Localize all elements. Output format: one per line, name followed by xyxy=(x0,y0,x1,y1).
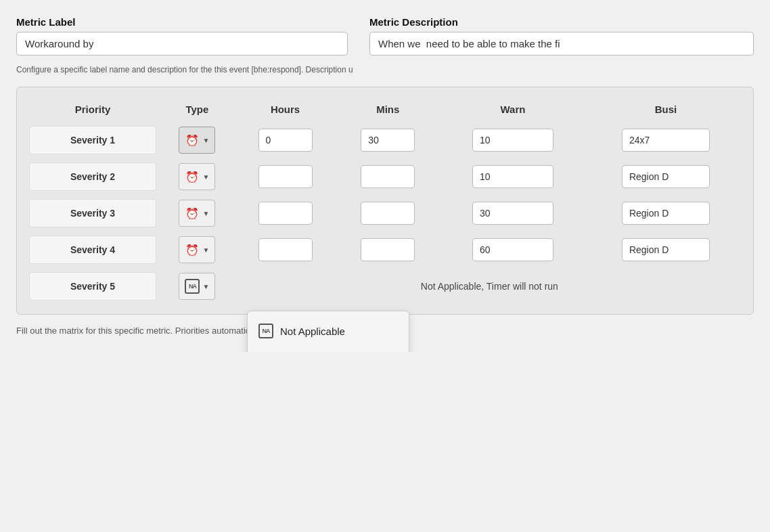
priority-cell: Severity 5 xyxy=(29,272,156,301)
chevron-down-icon: ▼ xyxy=(202,210,209,217)
header-hint: Configure a specific label name and desc… xyxy=(16,64,754,76)
warn-input[interactable] xyxy=(472,238,553,261)
chevron-down-icon: ▼ xyxy=(202,173,209,181)
table-row: Severity 5 NA ▼ Not Applicable, Timer wi… xyxy=(25,269,745,303)
mins-input[interactable] xyxy=(361,238,415,261)
priority-cell: Severity 1 xyxy=(29,126,156,154)
col-hours: Hours xyxy=(234,98,337,120)
dropdown-item[interactable]: NANot Applicable xyxy=(248,317,409,345)
col-warn: Warn xyxy=(439,98,587,120)
busi-input[interactable] xyxy=(622,238,710,261)
metric-desc-input[interactable] xyxy=(369,32,754,56)
na-message: Not Applicable, Timer will not run xyxy=(413,275,566,297)
busi-input[interactable] xyxy=(622,165,710,188)
col-type: Type xyxy=(160,98,234,120)
hours-input[interactable] xyxy=(258,165,313,188)
type-dropdown-menu: NANot Applicable⏰Duration Based🎯Measure … xyxy=(247,311,409,352)
warn-input[interactable] xyxy=(472,129,553,152)
metric-label-input[interactable] xyxy=(16,32,348,56)
hours-input[interactable] xyxy=(258,238,313,261)
busi-input[interactable] xyxy=(622,202,710,225)
mins-input[interactable] xyxy=(361,202,415,225)
col-mins: Mins xyxy=(336,98,439,120)
metric-desc-group: Metric Description xyxy=(369,16,754,56)
type-dropdown-button[interactable]: ⏰ ▼ xyxy=(179,200,215,227)
busi-input[interactable] xyxy=(622,129,710,152)
type-dropdown-button[interactable]: ⏰ ▼ xyxy=(179,236,215,263)
warn-input[interactable] xyxy=(472,165,553,188)
clock-icon: ⏰ xyxy=(185,169,200,184)
form-header: Metric Label Metric Description xyxy=(16,16,754,56)
na-icon: NA xyxy=(258,324,273,338)
matrix-container: Priority Type Hours Mins Warn Busi Sever… xyxy=(16,87,754,315)
na-icon: NA xyxy=(185,279,200,294)
table-row: Severity 3 ⏰ ▼ xyxy=(25,196,745,230)
col-busi: Busi xyxy=(587,98,745,120)
type-dropdown-button[interactable]: ⏰ ▼ xyxy=(179,127,215,154)
metric-desc-title: Metric Description xyxy=(369,16,754,28)
chevron-down-icon: ▼ xyxy=(202,246,209,254)
type-dropdown-button[interactable]: ⏰ ▼ xyxy=(179,163,215,190)
table-row: Severity 1 ⏰ ▼ xyxy=(25,123,745,157)
mins-input[interactable] xyxy=(361,129,415,152)
chevron-down-icon: ▼ xyxy=(202,283,209,290)
mins-input[interactable] xyxy=(361,165,415,188)
table-row: Severity 4 ⏰ ▼ xyxy=(25,233,745,267)
priority-cell: Severity 3 xyxy=(29,199,156,227)
col-priority: Priority xyxy=(25,98,160,120)
clock-icon: ⏰ xyxy=(185,206,200,221)
priority-cell: Severity 2 xyxy=(29,162,156,191)
type-dropdown-button[interactable]: NA ▼ xyxy=(179,273,215,300)
matrix-table: Priority Type Hours Mins Warn Busi Sever… xyxy=(25,95,745,306)
hours-input[interactable] xyxy=(258,129,313,152)
chevron-down-icon: ▼ xyxy=(202,137,209,144)
clock-icon: ⏰ xyxy=(185,242,200,257)
dropdown-item-label: Not Applicable xyxy=(280,326,345,337)
metric-label-group: Metric Label xyxy=(16,16,348,56)
priority-cell: Severity 4 xyxy=(29,236,156,264)
clock-icon: ⏰ xyxy=(185,133,200,148)
dropdown-item[interactable]: ⏰Duration Based xyxy=(248,345,409,352)
metric-label-title: Metric Label xyxy=(16,16,348,28)
hours-input[interactable] xyxy=(258,202,313,225)
table-row: Severity 2 ⏰ ▼ xyxy=(25,160,745,194)
warn-input[interactable] xyxy=(472,202,553,225)
